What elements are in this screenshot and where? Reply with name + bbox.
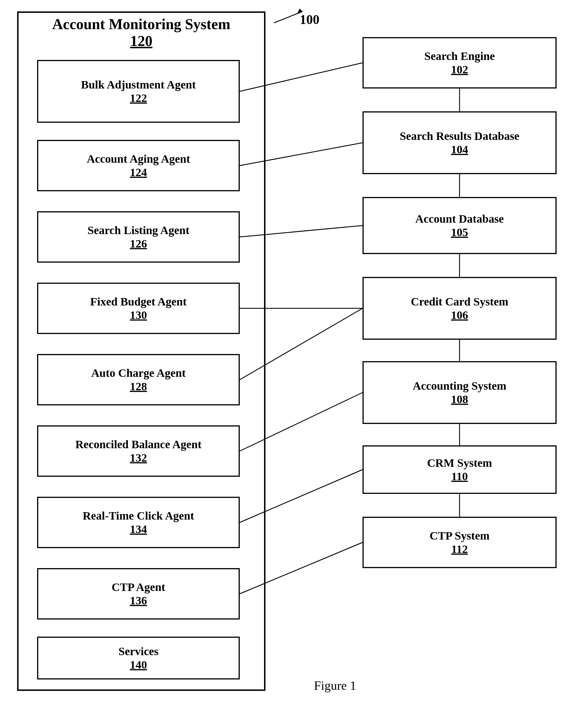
account-aging-title: Account Aging Agent [87,152,190,166]
crm-system-title: CRM System [427,456,492,470]
search-results-db-title: Search Results Database [400,129,519,143]
account-aging-num: 124 [130,166,147,179]
ctp-system-box: CTP System 112 [362,517,557,568]
realtime-click-num: 134 [130,522,147,536]
account-database-title: Account Database [415,212,504,226]
search-results-db-box: Search Results Database 104 [362,111,557,174]
fixed-budget-title: Fixed Budget Agent [90,295,187,308]
outer-title-text: Account Monitoring System [20,16,263,32]
search-results-db-num: 104 [451,143,468,156]
outer-title-num: 120 [20,32,263,49]
bulk-adjustment-num: 122 [130,91,147,105]
search-listing-num: 126 [130,237,147,251]
reconciled-balance-num: 132 [130,451,147,465]
realtime-click-title: Real-Time Click Agent [83,509,194,522]
auto-charge-box: Auto Charge Agent 128 [37,354,240,405]
auto-charge-num: 128 [130,380,147,393]
credit-card-system-title: Credit Card System [411,295,508,308]
account-database-box: Account Database 105 [362,197,557,254]
reconciled-balance-box: Reconciled Balance Agent 132 [37,425,240,477]
credit-card-system-num: 106 [451,308,468,322]
accounting-system-box: Accounting System 108 [362,361,557,424]
services-box: Services 140 [37,637,240,680]
search-listing-box: Search Listing Agent 126 [37,211,240,263]
ctp-system-title: CTP System [429,529,490,542]
search-engine-title: Search Engine [424,49,495,63]
ctp-agent-box: CTP Agent 136 [37,568,240,619]
services-title: Services [118,645,159,658]
account-database-num: 105 [451,226,468,239]
figure-label: Figure 1 [314,678,356,693]
services-num: 140 [130,658,147,671]
ctp-agent-title: CTP Agent [112,581,165,594]
diagram: Account Monitoring System 120 100 Bulk A… [0,0,588,710]
reconciled-balance-title: Reconciled Balance Agent [75,437,202,451]
realtime-click-box: Real-Time Click Agent 134 [37,497,240,548]
fixed-budget-num: 130 [130,308,147,322]
crm-system-box: CRM System 110 [362,445,557,494]
crm-system-num: 110 [451,470,468,483]
auto-charge-title: Auto Charge Agent [91,366,186,380]
ctp-agent-num: 136 [130,594,147,607]
search-listing-title: Search Listing Agent [87,223,189,237]
bulk-adjustment-box: Bulk Adjustment Agent 122 [37,60,240,123]
svg-line-14 [274,11,303,23]
credit-card-system-box: Credit Card System 106 [362,277,557,340]
outer-title: Account Monitoring System 120 [20,16,263,49]
search-engine-num: 102 [451,63,468,76]
search-engine-box: Search Engine 102 [362,37,557,89]
accounting-system-num: 108 [451,393,468,406]
accounting-system-title: Accounting System [413,379,507,393]
bulk-adjustment-title: Bulk Adjustment Agent [81,78,196,91]
fixed-budget-box: Fixed Budget Agent 130 [37,283,240,334]
account-aging-box: Account Aging Agent 124 [37,140,240,191]
ctp-system-num: 112 [451,542,468,556]
ref-100-label: 100 [300,12,320,27]
